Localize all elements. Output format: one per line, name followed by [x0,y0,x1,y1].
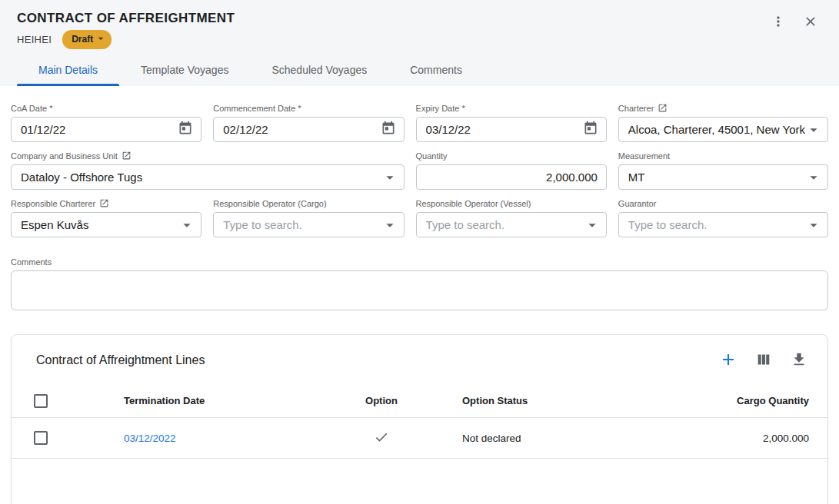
header-actions [768,12,821,32]
external-link-icon[interactable] [99,198,109,210]
responsible-charterer-label: Responsible Charterer [11,198,201,209]
coa-date-label: CoA Date * [11,103,201,114]
responsible-charterer-value: Espen Kuvås [21,218,178,231]
chevron-down-icon [584,217,601,234]
chevron-down-icon [381,217,398,234]
coa-date-calendar-button[interactable] [175,120,195,140]
kebab-menu-icon [771,14,786,32]
tab-comments[interactable]: Comments [388,54,484,86]
comments-field-group: Comments [0,257,839,313]
tab-main-details[interactable]: Main Details [17,54,119,86]
col-termination-date: Termination Date [124,395,324,406]
responsible-operator-vessel-field-group: Responsible Operator (Vessel) [416,198,607,237]
measurement-value: MT [628,171,805,184]
responsible-operator-cargo-control [213,212,404,237]
chevron-down-icon [381,169,398,186]
coa-lines-card-header: Contract of Affreightment Lines [12,335,827,384]
calendar-icon [178,121,193,138]
chevron-down-icon [805,121,822,138]
commencement-date-field-group: Commencement Date * [213,103,404,142]
external-link-icon[interactable] [122,151,132,162]
kebab-menu-button[interactable] [768,12,788,32]
responsible-charterer-select[interactable]: Espen Kuvås [11,212,201,237]
lines-table-row: 03/12/2022 Not declared 2,000.000 [12,418,827,459]
col-option: Option [365,395,398,406]
measurement-select[interactable]: MT [618,164,828,190]
status-badge[interactable]: Draft [62,30,112,49]
commencement-date-calendar-button[interactable] [378,120,398,140]
quantity-control [416,164,607,190]
company-business-unit-label-text: Company and Business Unit [11,151,118,161]
charterer-field-group: Charterer Alcoa, Charterer, 45001, New Y… [618,103,828,142]
main-content: CoA Date * Commencement Date * [0,86,839,504]
select-all-checkbox[interactable] [34,394,48,408]
calendar-icon [381,121,396,138]
quantity-input[interactable] [426,171,601,184]
status-badge-label: Draft [72,34,93,45]
option-status-value: Not declared [439,433,631,444]
guarantor-field-group: Guarantor [618,198,828,237]
responsible-operator-vessel-label: Responsible Operator (Vessel) [416,198,607,209]
comments-label: Comments [11,257,828,267]
responsible-operator-cargo-field-group: Responsible Operator (Cargo) [213,198,404,237]
external-link-icon[interactable] [658,103,668,114]
responsible-charterer-field-group: Responsible Charterer Espen Kuvås [11,198,201,237]
col-option-status: Option Status [439,395,631,406]
coa-date-field-group: CoA Date * [11,103,201,142]
columns-icon [755,351,772,370]
commencement-date-control [213,117,404,142]
download-icon [791,351,807,370]
expiry-date-input[interactable] [426,123,581,136]
coa-window: CONTRACT OF AFFREIGHTMENT HEIHEI Draft [0,0,839,504]
chevron-down-icon [805,217,822,234]
add-line-button[interactable] [718,350,738,370]
commencement-date-input[interactable] [223,123,378,136]
comments-textarea[interactable] [11,270,828,310]
cargo-quantity-value: 2,000.000 [763,433,809,444]
column-settings-button[interactable] [754,350,774,370]
charterer-select[interactable]: Alcoa, Charterer, 45001, New York [618,117,828,142]
termination-date-link[interactable]: 03/12/2022 [124,433,324,444]
expiry-date-control [416,117,607,142]
coa-date-control [11,117,201,142]
chevron-down-icon [805,169,822,186]
tab-scheduled-voyages[interactable]: Scheduled Voyages [250,54,388,86]
page-title: CONTRACT OF AFFREIGHTMENT [17,11,822,26]
tab-template-voyages[interactable]: Template Voyages [119,54,250,86]
responsible-operator-vessel-control [416,212,607,237]
close-icon [803,14,818,32]
guarantor-input[interactable] [628,218,805,231]
lines-table-header: Termination Date Option Option Status Ca… [12,384,827,418]
close-button[interactable] [801,12,821,32]
expiry-date-label: Expiry Date * [416,103,607,114]
commencement-date-label: Commencement Date * [213,103,404,114]
company-business-unit-select[interactable]: Dataloy - Offshore Tugs [11,164,405,190]
plus-icon [719,350,737,371]
company-business-unit-value: Dataloy - Offshore Tugs [21,171,381,184]
header: CONTRACT OF AFFREIGHTMENT HEIHEI Draft [0,0,839,86]
measurement-field-group: Measurement MT [618,151,828,190]
coa-lines-title: Contract of Affreightment Lines [36,353,205,367]
responsible-operator-cargo-input[interactable] [223,218,381,231]
quantity-field-group: Quantity [416,151,607,190]
guarantor-label: Guarantor [618,198,828,209]
expiry-date-calendar-button[interactable] [581,120,601,140]
responsible-operator-vessel-input[interactable] [426,218,584,231]
chevron-down-icon [178,217,195,234]
responsible-operator-cargo-label: Responsible Operator (Cargo) [213,198,404,209]
responsible-charterer-label-text: Responsible Charterer [11,199,95,208]
contract-name: HEIHEI [17,34,52,45]
expiry-date-field-group: Expiry Date * [416,103,607,142]
row-checkbox[interactable] [34,431,48,445]
coa-lines-card: Contract of Affreightment Lines Terminat… [11,334,828,504]
charterer-value: Alcoa, Charterer, 45001, New York [628,123,805,136]
company-business-unit-label: Company and Business Unit [11,151,405,161]
chevron-down-icon [95,32,107,47]
col-cargo-quantity: Cargo Quantity [737,395,809,406]
main-details-form: CoA Date * Commencement Date * [0,103,839,237]
company-business-unit-field-group: Company and Business Unit Dataloy - Offs… [11,151,405,190]
download-button[interactable] [789,350,809,370]
calendar-icon [583,121,598,138]
quantity-label: Quantity [416,151,607,161]
coa-date-input[interactable] [21,123,175,136]
